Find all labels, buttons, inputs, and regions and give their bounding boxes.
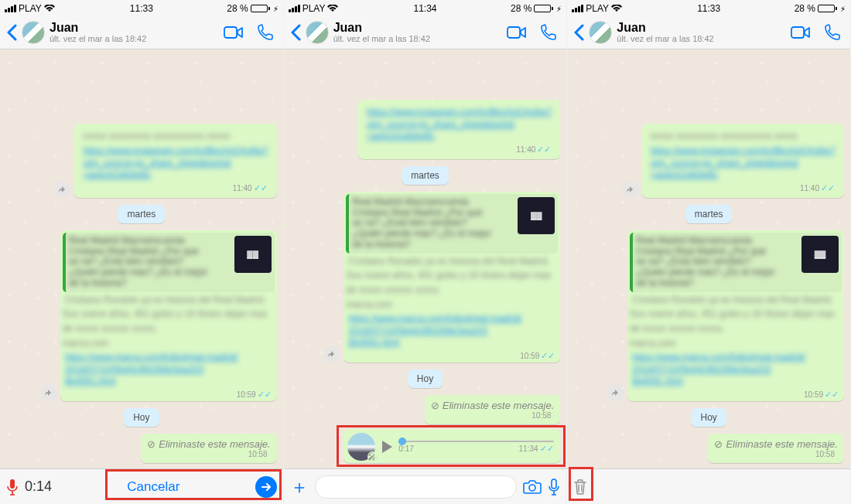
status-bar: PLAY 11:33 28 % ⚡︎ [567,0,850,15]
message-input[interactable] [315,475,518,499]
audio-progress[interactable] [398,441,554,442]
contact-title[interactable]: Juan últ. vez el mar a las 18:42 [333,21,499,44]
signal-icon [572,5,583,12]
read-ticks-icon: ✓✓ [258,390,272,400]
clock: 11:33 [663,3,754,14]
message-bubble-link-preview[interactable]: Real Madrid MacroencuestaCristiano Real … [627,230,844,401]
video-call-button[interactable] [787,26,815,39]
preview-thumbnail: ▓▓ [518,197,555,234]
mic-icon: 🎤︎ [367,451,377,462]
attach-button[interactable]: ＋ [290,475,309,499]
voice-call-button[interactable] [819,24,844,41]
video-call-button[interactable] [503,26,531,39]
message-bubble[interactable]: xxxxx xxxxxxxxx xxxxxxxxxxx xxxxx https:… [74,124,276,197]
carrier-label: PLAY [586,3,609,14]
chat-area[interactable]: xxxxx xxxxxxxxx xxxxxxxxxxx xxxxx https:… [0,49,283,468]
date-pill: Hoy [408,369,443,388]
recording-mic-icon [6,478,19,495]
back-button[interactable] [573,24,584,41]
contact-title[interactable]: Juan últ. vez el mar a las 18:42 [617,21,782,44]
charging-icon: ⚡︎ [840,5,846,13]
avatar[interactable] [589,21,612,44]
chat-area[interactable]: https://www.instagram.com/tv/BksXpQAx6w7… [284,49,567,468]
contact-name: Juan [333,21,499,35]
message-time: 10:59 [804,390,823,399]
read-ticks-icon: ✓✓ [821,183,835,193]
play-button[interactable] [380,439,394,455]
deleted-message-bubble[interactable]: ⊘Eliminaste este mensaje. 10:58 [141,434,277,463]
forward-badge-icon[interactable] [323,346,340,363]
message-time: 11:40 [516,145,535,154]
read-ticks-icon: ✓✓ [825,390,839,400]
clock: 11:34 [380,3,471,14]
chat-header: Juan últ. vez el mar a las 18:42 [0,15,283,49]
screen-trash: PLAY 11:33 28 % ⚡︎ Juan últ. vez el mar … [567,0,851,504]
trash-button[interactable] [573,478,587,495]
prohibited-icon: ⊘ [431,400,439,411]
read-ticks-icon: ✓✓ [540,444,554,453]
message-bubble[interactable]: xxxxx xxxxxxxxx xxxxxxxxxxx xxxxx https:… [642,124,844,197]
deleted-label: Eliminaste este mensaje. [159,438,271,450]
wifi-icon [611,5,622,12]
prohibited-icon: ⊘ [714,438,723,450]
wifi-icon [44,5,55,12]
signal-icon [289,5,300,12]
svg-rect-5 [791,27,804,38]
preview-thumbnail: ▓▓ [234,236,272,273]
forward-badge-icon[interactable] [607,384,624,401]
message-time: 10:59 [237,390,256,399]
recording-bar: 0:14 Cancelar [0,468,283,504]
carrier-label: PLAY [302,3,326,14]
preview-thumbnail: ▓▓ [801,236,839,273]
camera-button[interactable] [523,479,542,495]
recording-timer: 0:14 [25,478,52,495]
voice-time: 11:34 [519,444,538,453]
deleted-message-bubble[interactable]: ⊘Eliminaste este mensaje. 10:58 [708,434,844,463]
battery-icon [818,5,837,12]
status-bar: PLAY 11:34 28 % ⚡︎ [284,0,567,15]
message-bubble-link-preview[interactable]: Real Madrid MacroencuestaCristiano Real … [60,230,277,401]
voice-call-button[interactable] [252,24,277,41]
battery-percent: 28 % [227,3,248,14]
voice-message-bubble[interactable]: 🎤︎ 0:17 11:34 ✓✓ [343,429,560,463]
back-button[interactable] [6,24,17,41]
date-pill: martes [118,205,165,223]
chat-area[interactable]: xxxxx xxxxxxxxx xxxxxxxxxxx xxxxx https:… [567,49,850,468]
battery-icon [251,5,270,12]
voice-call-button[interactable] [535,24,560,41]
forward-badge-icon[interactable] [622,181,639,198]
wifi-icon [327,5,338,12]
message-time: 10:58 [815,450,835,458]
message-time: 11:40 [233,184,252,192]
last-seen: últ. vez el mar a las 18:42 [617,34,782,43]
forward-badge-icon[interactable] [40,384,57,401]
chat-header: Juan últ. vez el mar a las 18:42 [567,15,850,49]
clock: 11:33 [96,3,187,14]
contact-title[interactable]: Juan últ. vez el mar a las 18:42 [50,21,215,44]
message-bubble[interactable]: https://www.instagram.com/tv/BksXpQAx6w7… [358,100,560,159]
forward-badge-icon[interactable] [54,181,71,198]
voice-duration: 0:17 [398,444,413,453]
date-pill: martes [685,205,733,223]
avatar[interactable] [306,21,329,44]
screen-sent-voice: PLAY 11:34 28 % ⚡︎ Juan últ. vez el mar … [284,0,568,504]
deleted-message-bubble[interactable]: ⊘Eliminaste este mensaje. 10:58 [425,395,561,424]
status-bar: PLAY 11:33 28 % ⚡︎ [0,0,283,15]
chat-header: Juan últ. vez el mar a las 18:42 [284,15,567,49]
last-seen: últ. vez el mar a las 18:42 [333,34,499,43]
trash-bar [567,468,850,504]
cancel-button[interactable]: Cancelar [58,479,249,495]
date-pill: Hoy [124,408,159,427]
avatar[interactable] [22,21,45,44]
battery-percent: 28 % [795,3,815,14]
message-bubble-link-preview[interactable]: Real Madrid MacroencuestaCristiano Real … [343,192,560,363]
svg-rect-2 [508,27,520,38]
message-time: 10:58 [531,411,551,420]
date-pill: martes [402,166,449,185]
back-button[interactable] [290,24,301,41]
mic-button[interactable] [548,478,560,495]
send-button[interactable] [255,476,277,498]
video-call-button[interactable] [220,26,248,39]
carrier-label: PLAY [19,3,42,14]
contact-name: Juan [617,21,782,35]
